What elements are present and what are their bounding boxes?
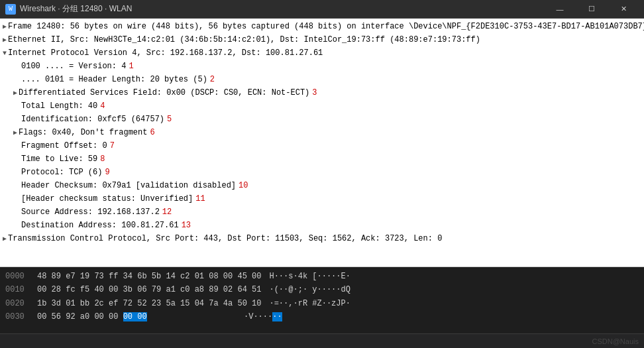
field-number: 3 <box>312 88 317 97</box>
field-number: 1 <box>129 62 133 71</box>
detail-row-ip_flags[interactable]: ▶Flags: 0x40, Don't fragment6 <box>0 126 644 139</box>
row-text: Destination Address: 100.81.27.61 <box>21 221 179 230</box>
field-number: 8 <box>100 154 105 164</box>
packet-detail-panel[interactable]: ▶Frame 12480: 56 bytes on wire (448 bits… <box>0 19 644 267</box>
row-text: Transmission Control Protocol, Src Port:… <box>8 234 442 243</box>
field-number: 5 <box>167 115 172 124</box>
minimize-button[interactable]: — <box>545 0 575 19</box>
detail-row-ip[interactable]: ▼Internet Protocol Version 4, Src: 192.1… <box>0 46 644 60</box>
close-button[interactable]: ✕ <box>608 0 639 19</box>
detail-row-ip_version[interactable]: 0100 .... = Version: 41 <box>0 60 644 73</box>
detail-row-frame[interactable]: ▶Frame 12480: 56 bytes on wire (448 bits… <box>0 20 644 33</box>
detail-row-ip_proto[interactable]: Protocol: TCP (6)9 <box>0 166 644 179</box>
hex-bytes: 48 89 e7 19 73 ff 34 6b 5b 14 c2 01 08 0… <box>37 270 261 283</box>
hex-ascii: ·(··@·;· y·····dQ <box>269 283 350 296</box>
detail-row-ip_chksum[interactable]: Header Checksum: 0x79a1 [validation disa… <box>0 179 644 192</box>
detail-row-ip_ttl[interactable]: Time to Live: 598 <box>0 152 644 166</box>
row-text: Header Checksum: 0x79a1 [validation disa… <box>21 181 236 190</box>
field-number: 7 <box>110 141 115 150</box>
row-text: Flags: 0x40, Don't fragment <box>19 128 147 137</box>
detail-row-ip_totlen[interactable]: Total Length: 404 <box>0 99 644 113</box>
detail-row-tcp[interactable]: ▶Transmission Control Protocol, Src Port… <box>0 232 644 245</box>
hex-row: 003000 56 92 a0 00 00 00 00·V······ <box>5 310 639 323</box>
detail-row-ip_id[interactable]: Identification: 0xfcf5 (64757)5 <box>0 113 644 126</box>
row-text: Internet Protocol Version 4, Src: 192.16… <box>8 48 323 58</box>
row-text: Differentiated Services Field: 0x00 (DSC… <box>19 88 309 97</box>
hex-offset: 0010 <box>5 283 29 296</box>
row-text: Frame 12480: 56 bytes on wire (448 bits)… <box>8 22 644 31</box>
row-text: [Header checksum status: Unverified] <box>21 194 193 203</box>
maximize-button[interactable]: ☐ <box>576 0 607 19</box>
detail-row-ip_src[interactable]: Source Address: 192.168.137.212 <box>0 205 644 219</box>
row-text: 0100 .... = Version: 4 <box>21 62 126 71</box>
field-number: 12 <box>162 207 172 217</box>
highlighted-bytes: 00 00 <box>123 312 147 321</box>
expand-icon[interactable]: ▶ <box>3 36 7 44</box>
field-number: 9 <box>105 168 109 177</box>
field-number: 4 <box>100 101 105 111</box>
row-text: Source Address: 192.168.137.2 <box>21 207 160 217</box>
highlighted-ascii: ·· <box>272 312 282 321</box>
detail-row-ethernet[interactable]: ▶Ethernet II, Src: NewH3CTe_14:c2:01 (34… <box>0 33 644 46</box>
detail-row-ip_dst[interactable]: Destination Address: 100.81.27.6113 <box>0 219 644 232</box>
hex-row: 00201b 3d 01 bb 2c ef 72 52 23 5a 15 04 … <box>5 297 639 310</box>
row-text: Fragment Offset: 0 <box>21 141 107 150</box>
expand-icon[interactable]: ▶ <box>13 129 17 137</box>
hex-bytes: 00 56 92 a0 00 00 00 00 <box>37 310 236 323</box>
row-text: Total Length: 40 <box>21 101 97 111</box>
hex-dump-panel: 000048 89 e7 19 73 ff 34 6b 5b 14 c2 01 … <box>0 267 644 333</box>
row-text: Protocol: TCP (6) <box>21 168 102 177</box>
hex-bytes: 00 28 fc f5 40 00 3b 06 79 a1 c0 a8 89 0… <box>37 283 261 296</box>
detail-row-ip_chksum_status[interactable]: [Header checksum status: Unverified]11 <box>0 192 644 205</box>
main-content: ▶Frame 12480: 56 bytes on wire (448 bits… <box>0 19 644 348</box>
hex-offset: 0020 <box>5 297 29 310</box>
hex-ascii: ·=··,·rR #Z··zJP· <box>269 297 350 310</box>
window-title: Wireshark · 分组 12480 · WLAN <box>20 3 132 15</box>
status-bar: CSDN@Nauis <box>0 333 644 348</box>
window-controls: — ☐ ✕ <box>545 0 639 19</box>
field-number: 13 <box>182 221 191 230</box>
hex-row: 001000 28 fc f5 40 00 3b 06 79 a1 c0 a8 … <box>5 283 639 296</box>
hex-ascii: ·V······ <box>244 310 282 323</box>
watermark: CSDN@Nauis <box>592 337 639 345</box>
title-bar: W Wireshark · 分组 12480 · WLAN — ☐ ✕ <box>0 0 644 19</box>
row-text: Time to Live: 59 <box>21 154 97 164</box>
expand-icon[interactable]: ▶ <box>3 235 7 243</box>
row-text: Identification: 0xfcf5 (64757) <box>21 115 164 124</box>
expand-icon[interactable]: ▶ <box>3 23 7 30</box>
hex-bytes: 1b 3d 01 bb 2c ef 72 52 23 5a 15 04 7a 4… <box>37 297 261 310</box>
field-number: 10 <box>239 181 248 190</box>
hex-row: 000048 89 e7 19 73 ff 34 6b 5b 14 c2 01 … <box>5 270 639 283</box>
title-bar-left: W Wireshark · 分组 12480 · WLAN <box>5 3 132 15</box>
hex-offset: 0000 <box>5 270 29 283</box>
collapse-icon[interactable]: ▼ <box>3 50 7 57</box>
hex-offset: 0030 <box>5 310 29 323</box>
detail-row-ip_dsf[interactable]: ▶Differentiated Services Field: 0x00 (DS… <box>0 86 644 99</box>
detail-row-ip_hlen[interactable]: .... 0101 = Header Length: 20 bytes (5)2 <box>0 73 644 86</box>
row-text: .... 0101 = Header Length: 20 bytes (5) <box>21 75 207 84</box>
expand-icon[interactable]: ▶ <box>13 89 17 97</box>
field-number: 11 <box>195 194 205 203</box>
hex-ascii: H···s·4k [·····E· <box>269 270 350 283</box>
field-number: 6 <box>150 128 154 137</box>
field-number: 2 <box>210 75 215 84</box>
detail-row-ip_frag[interactable]: Fragment Offset: 07 <box>0 139 644 152</box>
app-icon: W <box>5 4 16 15</box>
row-text: Ethernet II, Src: NewH3CTe_14:c2:01 (34:… <box>8 35 480 44</box>
